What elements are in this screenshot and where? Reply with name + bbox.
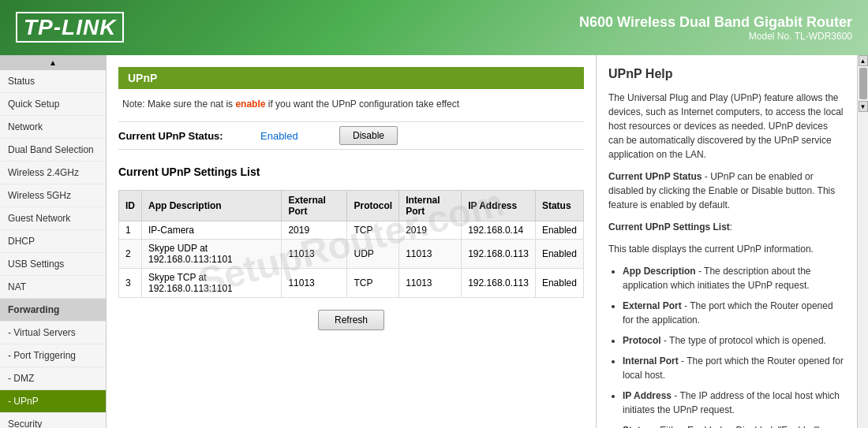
scroll-up-arrow[interactable]: ▲ [859,55,868,66]
refresh-btn-container: Refresh [118,310,584,330]
help-settings-label: Current UPnP Settings List [608,221,730,233]
table-cell: TCP [347,221,399,240]
sidebar-item-quick-setup[interactable]: Quick Setup [0,93,106,116]
model-number: Model No. TL-WDR3600 [579,31,852,42]
col-header-ip-address: IP Address [462,191,536,221]
table-cell: UDP [347,240,399,269]
content-area: SetupRouter.com UPnP Note: Make sure the… [107,55,868,428]
table-body: 1IP-Camera2019TCP2019192.168.0.14Enabled… [119,221,584,298]
table-cell: 192.168.0.113 [462,240,536,269]
table-cell: Enabled [535,221,583,240]
enable-link: enable [235,99,265,110]
note-text: Note: Make sure the nat is enable if you… [118,99,584,110]
model-info: N600 Wireless Dual Band Gigabit Router M… [579,14,852,42]
table-cell: 11013 [282,240,347,269]
header: TP-LINK N600 Wireless Dual Band Gigabit … [0,0,868,55]
status-value: Enabled [260,130,324,142]
main-content: SetupRouter.com UPnP Note: Make sure the… [107,55,597,428]
sidebar-nav: StatusQuick SetupNetworkDual Band Select… [0,70,106,428]
col-header-id: ID [119,191,142,221]
col-header-protocol: Protocol [347,191,399,221]
sidebar-item-virtual-servers[interactable]: - Virtual Servers [0,322,106,344]
status-label: Current UPnP Status: [118,130,260,142]
table-cell: 2 [119,240,142,269]
table-cell: Skype TCP at 192.168.0.113:1101 [142,269,282,298]
sidebar-item-security[interactable]: Security [0,413,106,428]
col-header-internal-port: Internal Port [399,191,462,221]
col-header-external-port: External Port [282,191,347,221]
help-panel: UPnP Help The Universal Plug and Play (U… [597,55,857,428]
col-header-status: Status [535,191,583,221]
table-cell: 1 [119,221,142,240]
sidebar-item-upnp[interactable]: - UPnP [0,390,106,413]
help-status: Current UPnP Status - UPnP can be enable… [608,169,845,212]
sidebar-item-guest-network[interactable]: Guest Network [0,207,106,230]
col-header-app-description: App Description [142,191,282,221]
table-cell: Skype UDP at 192.168.0.113:1101 [142,240,282,269]
sidebar-item-network[interactable]: Network [0,116,106,139]
sidebar-scroll-up[interactable]: ▲ [0,55,106,70]
table-row: 1IP-Camera2019TCP2019192.168.0.14Enabled [119,221,584,240]
table-cell: 11013 [282,269,347,298]
table-cell: 11013 [399,240,462,269]
help-intro: The Universal Plug and Play (UPnP) featu… [608,91,845,162]
table-cell: IP-Camera [142,221,282,240]
upnp-status-row: Current UPnP Status: Enabled Disable [118,121,584,150]
disable-button[interactable]: Disable [339,126,398,145]
sidebar-item-usb-settings[interactable]: USB Settings [0,253,106,276]
scroll-thumb[interactable] [859,68,867,99]
table-row: 2Skype UDP at 192.168.0.113:110111013UDP… [119,240,584,269]
help-items-list: App Description - The description about … [608,264,845,428]
page-title: UPnP [118,67,584,89]
help-item: App Description - The description about … [623,264,845,292]
sidebar-item-dual-band[interactable]: Dual Band Selection [0,139,106,162]
upnp-table: IDApp DescriptionExternal PortProtocolIn… [118,190,584,298]
product-name: N600 Wireless Dual Band Gigabit Router [579,14,852,31]
help-item: External Port - The port which the Route… [623,299,845,327]
help-item: IP Address - The IP address of the local… [623,389,845,417]
table-cell: Enabled [535,269,583,298]
table-cell: 192.168.0.113 [462,269,536,298]
help-item: Protocol - The type of protocol which is… [623,333,845,348]
settings-list-title: Current UPnP Settings List [118,162,584,182]
logo: TP-LINK [16,15,124,40]
sidebar-item-wireless-5[interactable]: Wireless 5GHz [0,184,106,207]
help-settings-list: Current UPnP Settings List: [608,220,845,234]
sidebar-item-port-triggering[interactable]: - Port Triggering [0,344,106,367]
right-scrollbar: ▲ ▼ [857,55,868,428]
sidebar-item-nat[interactable]: NAT [0,276,106,299]
table-cell: 2019 [282,221,347,240]
sidebar-item-dmz[interactable]: - DMZ [0,367,106,390]
scroll-down-arrow[interactable]: ▼ [859,101,868,112]
sidebar-item-wireless-24[interactable]: Wireless 2.4GHz [0,162,106,184]
table-header: IDApp DescriptionExternal PortProtocolIn… [119,191,584,221]
help-status-label: Current UPnP Status [608,171,702,182]
table-row: 3Skype TCP at 192.168.0.113:110111013TCP… [119,269,584,298]
help-items: App Description - The description about … [608,264,845,428]
help-item: Internal Port - The port which the Route… [623,354,845,382]
table-cell: 192.168.0.14 [462,221,536,240]
table-cell: 11013 [399,269,462,298]
table-cell: 3 [119,269,142,298]
sidebar: ▲ StatusQuick SetupNetworkDual Band Sele… [0,55,107,428]
help-title: UPnP Help [608,67,845,81]
help-table-info: This table displays the current UPnP inf… [608,242,845,256]
table-cell: TCP [347,269,399,298]
sidebar-item-forwarding[interactable]: Forwarding [0,299,106,322]
table-cell: 2019 [399,221,462,240]
main-container: ▲ StatusQuick SetupNetworkDual Band Sele… [0,55,868,428]
sidebar-item-status[interactable]: Status [0,70,106,93]
refresh-button[interactable]: Refresh [318,310,384,330]
help-item: Status - Either Enabled or Disabled, "En… [623,423,845,428]
table-cell: Enabled [535,240,583,269]
sidebar-item-dhcp[interactable]: DHCP [0,230,106,253]
